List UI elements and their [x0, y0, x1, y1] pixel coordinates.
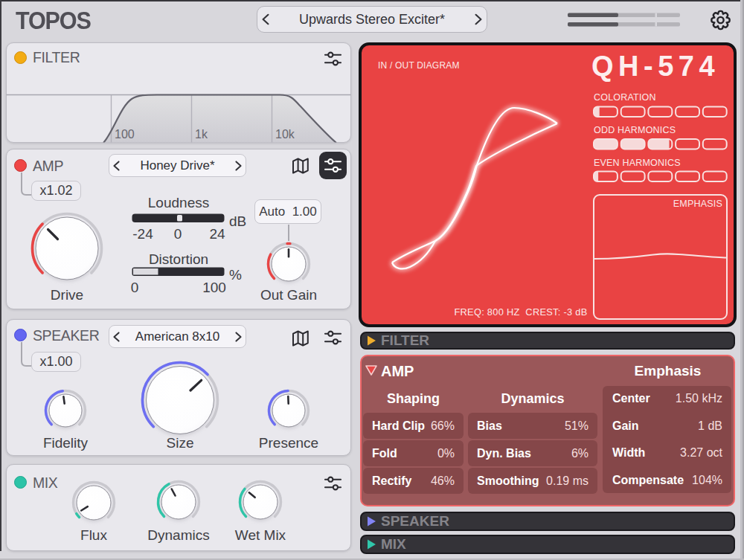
svg-text:1k: 1k [195, 128, 208, 141]
svg-text:10k: 10k [275, 128, 295, 141]
svg-text:100: 100 [115, 128, 135, 141]
